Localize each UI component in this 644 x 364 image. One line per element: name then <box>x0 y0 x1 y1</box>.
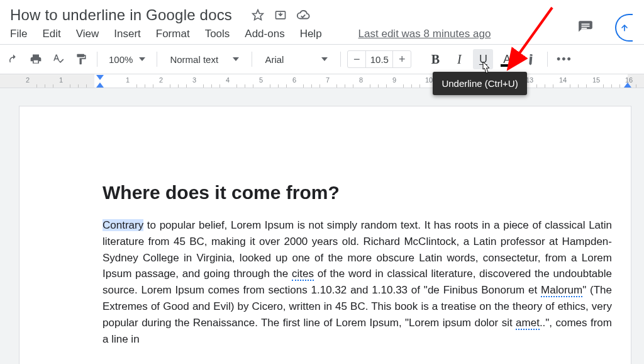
ruler-number: 4 <box>226 76 230 84</box>
document-heading[interactable]: Where does it come from? <box>103 182 612 203</box>
style-value: Normal text <box>170 54 218 65</box>
more-options-button[interactable]: ••• <box>554 49 574 69</box>
chevron-down-icon <box>233 57 239 61</box>
menu-help[interactable]: Help <box>300 28 322 40</box>
zoom-value: 100% <box>109 54 133 65</box>
menu-file[interactable]: File <box>10 28 27 40</box>
ruler-number: 2 <box>159 76 163 84</box>
last-edit-link[interactable]: Last edit was 8 minutes ago <box>358 28 491 40</box>
ruler-number: 2 <box>26 76 30 84</box>
ruler-number: 3 <box>192 76 196 84</box>
menu-tools[interactable]: Tools <box>205 28 230 40</box>
paint-format-button[interactable] <box>72 50 91 69</box>
ruler-number: 14 <box>559 76 567 84</box>
chevron-down-icon <box>321 57 328 61</box>
redo-button[interactable] <box>4 50 23 69</box>
ruler-number: 13 <box>526 76 533 84</box>
menu-insert[interactable]: Insert <box>114 28 141 40</box>
ruler-number: 1 <box>126 76 130 84</box>
ruler-number: 10 <box>425 76 433 84</box>
document-title[interactable]: How to underline in Google docs <box>10 6 232 24</box>
first-line-indent-marker[interactable] <box>96 75 104 80</box>
print-button[interactable] <box>26 50 45 69</box>
spellcheck-button[interactable] <box>49 50 68 69</box>
ruler-number: 8 <box>359 76 363 84</box>
text-color-button[interactable]: A <box>497 49 517 69</box>
ruler-number: 16 <box>625 76 633 84</box>
star-icon[interactable] <box>251 8 265 22</box>
ruler-number: 7 <box>326 76 330 84</box>
open-comments-icon[interactable] <box>577 20 594 36</box>
ruler-number: 15 <box>592 76 600 84</box>
decrease-font-size-button[interactable]: − <box>348 50 365 68</box>
left-indent-marker[interactable] <box>96 82 104 88</box>
share-button[interactable] <box>615 14 633 42</box>
ruler-number: 9 <box>392 76 396 84</box>
font-select[interactable]: Arial <box>258 54 334 65</box>
toolbar: 100% Normal text Arial − 10.5 + B I U Un… <box>0 45 644 74</box>
increase-font-size-button[interactable]: + <box>393 50 411 68</box>
font-size-control: − 10.5 + <box>347 50 411 68</box>
menu-bar: File Edit View Insert Format Tools Add-o… <box>0 25 644 44</box>
selected-text[interactable]: Contrary <box>103 219 143 231</box>
menu-addons[interactable]: Add-ons <box>245 28 284 40</box>
spelling-mark[interactable]: amet <box>516 317 540 330</box>
page[interactable]: Where does it come from? Contrary to pop… <box>19 106 631 364</box>
font-size-input[interactable]: 10.5 <box>365 51 393 67</box>
menu-edit[interactable]: Edit <box>42 28 60 40</box>
svg-marker-0 <box>253 10 264 20</box>
font-value: Arial <box>265 54 284 65</box>
underline-tooltip: Underline (Ctrl+U) <box>433 72 526 95</box>
canvas: Where does it come from? Contrary to pop… <box>0 88 644 364</box>
move-icon[interactable] <box>274 8 287 22</box>
document-body[interactable]: Contrary to popular belief, Lorem Ipsum … <box>103 217 612 348</box>
highlight-button[interactable] <box>521 49 541 69</box>
italic-button[interactable]: I <box>449 49 469 69</box>
spelling-mark[interactable]: cites <box>292 268 314 281</box>
ruler-number: 5 <box>259 76 263 84</box>
ruler-number: 1 <box>59 76 63 84</box>
ruler-number: 6 <box>292 76 296 84</box>
horizontal-ruler[interactable]: 2112345678910111213141516 <box>0 74 644 88</box>
underline-button[interactable]: U <box>473 49 493 69</box>
cloud-saved-icon[interactable] <box>296 8 310 22</box>
menu-view[interactable]: View <box>76 28 99 40</box>
bold-button[interactable]: B <box>425 49 445 69</box>
spelling-mark[interactable]: Malorum <box>541 284 582 297</box>
menu-format[interactable]: Format <box>156 28 190 40</box>
chevron-down-icon <box>139 57 145 61</box>
zoom-select[interactable]: 100% <box>104 54 150 65</box>
paragraph-style-select[interactable]: Normal text <box>164 54 245 65</box>
